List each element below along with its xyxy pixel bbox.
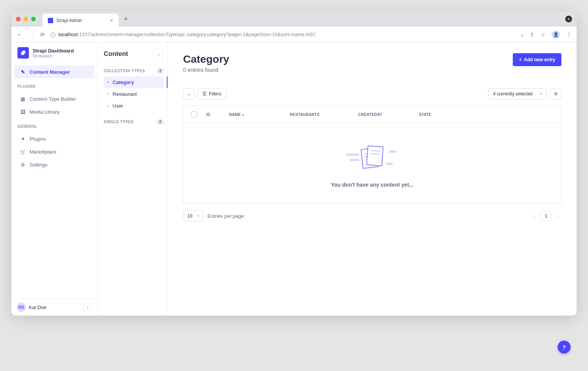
entries-per-page-label: Entries per page [207, 213, 243, 219]
new-tab-button[interactable]: + [122, 15, 130, 23]
empty-state-text: You don't have any content yet... [191, 182, 553, 188]
brand-logo-icon [17, 47, 29, 59]
minimize-window-icon[interactable] [24, 17, 28, 21]
bookmark-icon[interactable]: ☆ [541, 32, 545, 38]
url-field[interactable]: i localhost:1337/admin/content-manager/c… [50, 32, 515, 38]
page-subtitle: 0 entries found [183, 67, 229, 73]
column-header-restaurants[interactable]: RESTAURANTS [290, 113, 358, 117]
single-count-badge: 0 [157, 119, 164, 124]
brand-title: Strapi Dashboard [33, 48, 74, 54]
page-number[interactable]: 1 [541, 211, 552, 221]
collection-types-heading: COLLECTION TYPES 3 [104, 68, 164, 73]
column-header-state[interactable]: STATE [419, 113, 553, 117]
sidebar-item-label: Content-Type Builder [30, 96, 76, 102]
gear-icon: ⚙ [20, 162, 26, 168]
data-table: ID NAME ▴ RESTAURANTS CREATEDAT STATE Yo… [183, 106, 561, 203]
user-name: Kai Doe [29, 304, 46, 310]
browser-menu-icon[interactable]: ⋮ [566, 31, 572, 38]
column-header-name[interactable]: NAME ▴ [229, 113, 290, 117]
sidebar-footer: KD Kai Doe ‹ [11, 298, 97, 316]
prev-page-button[interactable]: ‹ [531, 211, 538, 221]
content-panel-title: Content [104, 50, 128, 58]
content-panel: Content ⌕ COLLECTION TYPES 3 Category Re… [98, 43, 168, 316]
layout-icon: ▦ [20, 96, 26, 102]
chevron-down-icon: ▾ [198, 214, 199, 218]
plus-icon: + [519, 57, 522, 62]
toolbar: ⌕ ☰ Filters 4 currently selected ▾ ⚙ [183, 88, 561, 100]
pagination: 10 ▾ Entries per page ‹ 1 › [183, 210, 561, 222]
browser-tab[interactable]: Strapi Admin × [43, 14, 119, 27]
reload-button[interactable]: ⟳ [40, 32, 45, 38]
filter-icon: ☰ [202, 91, 207, 97]
column-header-id[interactable]: ID [206, 113, 229, 117]
select-all-checkbox[interactable] [191, 111, 197, 117]
page-size-dropdown[interactable]: 10 ▾ [183, 210, 204, 222]
back-button[interactable]: ← [16, 31, 23, 38]
sidebar-heading-plugins: PLUGINS [11, 81, 97, 90]
sidebar-item-media-library[interactable]: 🖼 Media Library [14, 105, 94, 118]
page-title: Category [183, 53, 229, 65]
sidebar-item-label: Media Library [30, 109, 60, 115]
brand[interactable]: Strapi Dashboard Workplace [11, 43, 97, 63]
collection-item-user[interactable]: User [104, 100, 164, 112]
column-header-createdat[interactable]: CREATEDAT [358, 113, 419, 117]
close-tab-icon[interactable]: × [110, 17, 113, 24]
sidebar-item-label: Content Manager [30, 69, 70, 75]
close-window-icon[interactable] [16, 17, 21, 21]
tab-bar: Strapi Admin × + ▾ [11, 11, 577, 27]
single-types-heading: SINGLE TYPES 0 [104, 119, 164, 124]
sidebar-item-settings[interactable]: ⚙ Settings [14, 158, 94, 171]
app-body: Strapi Dashboard Workplace ✎ Content Man… [11, 43, 577, 316]
filters-button[interactable]: ☰ Filters [198, 88, 226, 100]
main-content: Category 0 entries found + Add new entry… [168, 43, 577, 316]
image-icon: 🖼 [20, 109, 26, 115]
add-new-entry-button[interactable]: + Add new entry [513, 53, 561, 66]
puzzle-icon: ✦ [20, 136, 26, 142]
maximize-window-icon[interactable] [31, 17, 36, 21]
brand-subtitle: Workplace [33, 54, 74, 58]
content-search-button[interactable]: ⌕ [153, 49, 164, 59]
table-header-row: ID NAME ▴ RESTAURANTS CREATEDAT STATE [183, 106, 561, 123]
window-controls [16, 17, 36, 21]
browser-window: Strapi Admin × + ▾ ← → ⟳ i localhost:133… [11, 11, 577, 316]
collapse-sidebar-button[interactable]: ‹ [84, 303, 92, 311]
collection-count-badge: 3 [157, 68, 164, 73]
sidebar-item-label: Settings [30, 162, 47, 168]
empty-documents-icon [353, 146, 391, 173]
sidebar-item-label: Plugins [30, 136, 46, 142]
sidebar-heading-general: GENERAL [11, 120, 97, 130]
cart-icon: 🛒 [20, 149, 26, 155]
user-avatar[interactable]: KD [17, 303, 26, 312]
sidebar: Strapi Dashboard Workplace ✎ Content Man… [11, 43, 98, 316]
table-search-button[interactable]: ⌕ [183, 88, 194, 100]
search-icon[interactable]: ⌕ [521, 32, 524, 38]
tab-favicon [48, 18, 53, 23]
tabs-dropdown-icon[interactable]: ▾ [565, 16, 572, 22]
table-settings-button[interactable]: ⚙ [550, 88, 561, 100]
help-fab-button[interactable]: ? [558, 341, 571, 354]
collection-item-category[interactable]: Category [104, 76, 164, 88]
profile-icon[interactable]: 👤 [552, 30, 560, 39]
sort-asc-icon: ▴ [242, 113, 244, 116]
empty-state: You don't have any content yet... [183, 123, 561, 203]
tab-title: Strapi Admin [56, 18, 82, 23]
columns-selected-dropdown[interactable]: 4 currently selected ▾ [488, 88, 547, 100]
share-icon[interactable]: ⇪ [530, 32, 534, 38]
forward-button[interactable]: → [28, 31, 35, 38]
site-info-icon[interactable]: i [50, 32, 55, 38]
chevron-down-icon: ▾ [540, 92, 542, 96]
collection-item-restaurant[interactable]: Restaurant [104, 88, 164, 100]
sidebar-item-marketplace[interactable]: 🛒 Marketplace [14, 145, 94, 158]
sidebar-item-label: Marketplace [30, 149, 57, 155]
sidebar-item-content-type-builder[interactable]: ▦ Content-Type Builder [14, 92, 94, 105]
next-page-button[interactable]: › [554, 211, 561, 221]
address-bar: ← → ⟳ i localhost:1337/admin/content-man… [11, 27, 577, 43]
sidebar-item-plugins[interactable]: ✦ Plugins [14, 132, 94, 145]
pencil-icon: ✎ [20, 69, 26, 75]
sidebar-item-content-manager[interactable]: ✎ Content Manager [14, 65, 94, 78]
